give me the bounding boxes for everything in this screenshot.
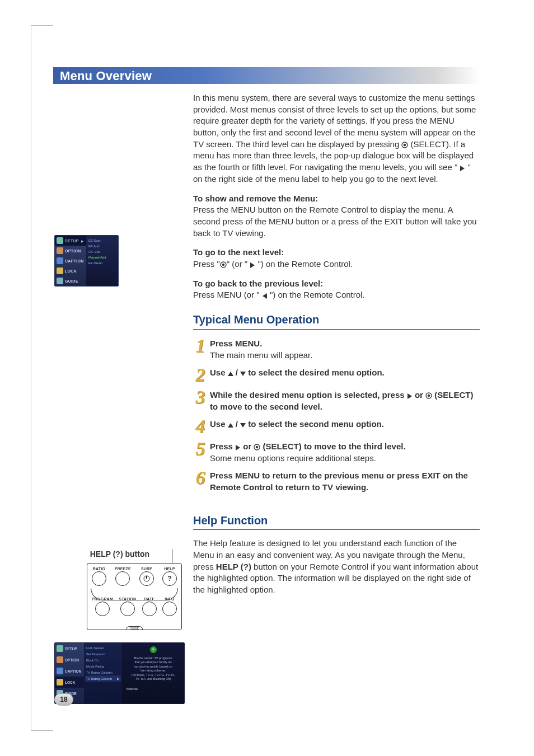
setup-icon — [57, 237, 63, 244]
svg-marker-5 — [250, 262, 255, 268]
svg-marker-14 — [236, 445, 240, 450]
down-triangle-icon — [240, 371, 246, 377]
right-triangle-icon — [407, 393, 413, 399]
step-3: 3 While the desired menu option is selec… — [193, 389, 480, 412]
up-triangle-icon — [228, 371, 233, 377]
lock-icon — [57, 267, 63, 274]
remote-surf-button: SURF — [139, 567, 154, 586]
left-triangle-icon — [262, 293, 268, 299]
next-level-block: To go to the next level: Press "" (or " … — [193, 247, 480, 270]
guide-icon — [57, 278, 63, 284]
svg-marker-9 — [407, 393, 412, 399]
select-dot-icon — [254, 444, 260, 450]
menu-screenshot-2: SETUP OPTION CAPTION LOCK GUIDE MENU Pre… — [54, 642, 185, 704]
step-6: 6 Press MENU to return to the previous m… — [193, 469, 480, 493]
remote-diagram: RATIO FREEZE SURF HELP? PROGRAM STATION … — [87, 563, 182, 630]
intro-paragraph: In this menu system, there are several w… — [193, 92, 480, 185]
menu-screenshot-1: SETUP▶ OPTION CAPTION LOCK GUIDE EZ Scan… — [54, 235, 119, 287]
step-2: 2 Use / to select the desired menu optio… — [193, 367, 480, 383]
section-help-title: Help Function — [193, 513, 480, 530]
svg-marker-13 — [240, 423, 246, 428]
setup-icon — [57, 645, 63, 652]
right-triangle-icon — [235, 445, 241, 450]
option-icon — [57, 247, 63, 254]
select-dot-icon — [401, 142, 408, 148]
svg-point-1 — [404, 144, 406, 146]
select-dot-icon — [220, 261, 227, 268]
remote-ratio-button: RATIO — [92, 567, 106, 586]
step-number-icon: 5 — [193, 440, 208, 457]
remote-guide-label: GUIDE — [126, 626, 143, 630]
step-number-icon: 3 — [193, 389, 208, 406]
svg-marker-8 — [240, 372, 246, 376]
caption-icon — [57, 668, 63, 674]
svg-rect-18 — [146, 576, 147, 579]
crop-mark — [31, 25, 31, 731]
down-triangle-icon — [240, 422, 246, 428]
crop-mark — [31, 25, 53, 26]
prev-level-block: To go back to the previous level: Press … — [193, 278, 480, 301]
step-number-icon: 2 — [193, 367, 208, 383]
right-triangle-icon — [250, 262, 255, 268]
page-number: 18 — [54, 693, 73, 706]
step-number-icon: 1 — [193, 337, 208, 354]
step-5: 5 Press or (SELECT) to move to the third… — [193, 440, 480, 464]
remote-help-button: HELP? — [162, 567, 177, 586]
show-menu-block: To show and remove the Menu: Press the M… — [193, 193, 480, 240]
help-question-icon: ? — [150, 646, 157, 653]
svg-point-4 — [222, 264, 224, 266]
page-title: Menu Overview — [53, 67, 480, 84]
step-number-icon: 6 — [193, 469, 208, 486]
surf-icon — [143, 575, 151, 583]
svg-marker-6 — [263, 293, 267, 299]
right-triangle-icon — [460, 166, 465, 171]
crop-mark — [31, 730, 53, 731]
pointer-line — [172, 549, 172, 564]
svg-marker-7 — [228, 372, 233, 376]
svg-marker-12 — [228, 423, 233, 428]
step-1: 1 Press MENU.The main menu will appear. — [193, 337, 480, 361]
option-icon — [57, 656, 63, 663]
svg-marker-2 — [460, 166, 465, 171]
step-4: 4 Use / to select the second menu option… — [193, 418, 480, 435]
help-paragraph: The Help feature is designed to let you … — [193, 538, 480, 595]
lock-icon — [57, 679, 63, 685]
up-triangle-icon — [228, 422, 233, 428]
step-number-icon: 4 — [193, 418, 208, 435]
remote-freeze-button: FREEZE — [115, 567, 131, 586]
svg-point-16 — [256, 445, 258, 448]
remote-caption: HELP (?) button — [54, 550, 177, 558]
section-typical-title: Typical Menu Operation — [193, 312, 480, 330]
caption-icon — [57, 257, 63, 264]
select-dot-icon — [425, 392, 432, 399]
svg-point-11 — [428, 394, 430, 396]
